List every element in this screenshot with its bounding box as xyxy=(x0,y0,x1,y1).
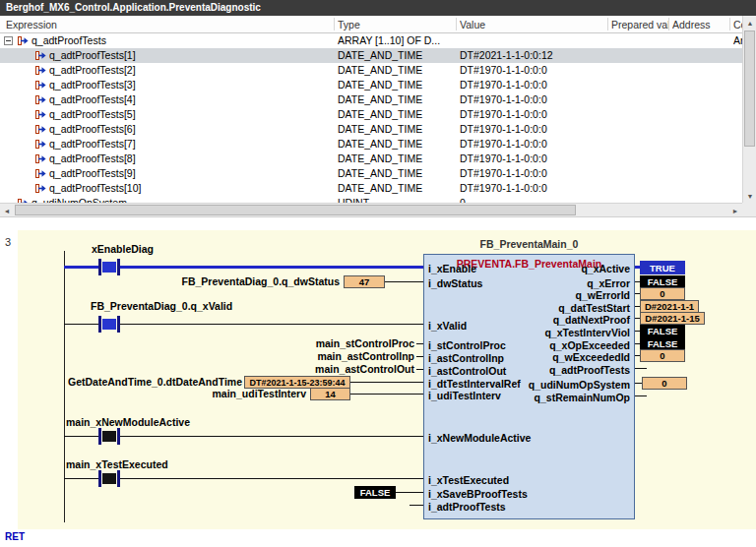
contact-main_xTestExecuted[interactable] xyxy=(98,470,120,487)
value-box-q_datNextProof[interactable]: D#2021-1-15 xyxy=(640,312,705,325)
value-cell[interactable]: DT#1970-1-1-0:0:0 xyxy=(460,166,605,181)
fb-output-q_xTestIntervViol[interactable]: q_xTestIntervViol xyxy=(544,326,630,339)
fb-input-i_xTestExecuted[interactable]: i_xTestExecuted xyxy=(428,473,509,487)
column-header-prepared-value[interactable]: Prepared value xyxy=(611,18,668,31)
value-box-q_xActive[interactable]: TRUE xyxy=(640,261,685,274)
table-row-q_adtProofTests[6][interactable]: q_adtProofTests[6] DATE_AND_TIME DT#1970… xyxy=(0,122,742,137)
value-cell[interactable]: DT#1970-1-1-0:0:0 xyxy=(460,92,605,107)
wire xyxy=(120,436,423,437)
fb-output-q_datNextProof[interactable]: q_datNextProof xyxy=(553,313,630,327)
value-cell[interactable] xyxy=(460,33,605,48)
scroll-right-icon[interactable]: ► xyxy=(728,204,742,217)
value-box-dwStatus[interactable]: 47 xyxy=(344,275,385,288)
vertical-scrollbar[interactable]: ▲ ▼ xyxy=(742,16,756,203)
column-divider[interactable] xyxy=(607,18,608,30)
value-cell[interactable]: DT#1970-1-1-0:0:0 xyxy=(460,63,605,78)
value-box-q_xTestIntervViol[interactable]: FALSE xyxy=(640,325,685,337)
table-row-q_adtProofTests[9][interactable]: q_adtProofTests[9] DATE_AND_TIME DT#1970… xyxy=(0,166,742,181)
table-row-q_udiNumOpSystem[interactable]: q_udiNumOpSystem UDINT 0 xyxy=(0,196,742,203)
wire xyxy=(120,266,423,269)
fb-output-q_adtProofTests[interactable]: q_adtProofTests xyxy=(549,363,630,377)
fb-input-i_stControlProc[interactable]: i_stControlProc xyxy=(428,338,506,352)
table-row-q_adtProofTests[4][interactable]: q_adtProofTests[4] DATE_AND_TIME DT#1970… xyxy=(0,92,742,107)
value-cell[interactable]: DT#1970-1-1-0:0:0 xyxy=(460,152,605,166)
value-cell[interactable]: DT#1970-1-1-0:0:0 xyxy=(460,107,605,122)
fb-output-q_udiNumOpSystem[interactable]: q_udiNumOpSystem xyxy=(529,378,630,392)
column-header-expression[interactable]: Expression xyxy=(6,18,301,31)
column-header-comment[interactable]: Comment xyxy=(733,18,742,31)
operand-main_stControlProc[interactable]: main_stControlProc xyxy=(249,337,414,350)
operand-q_dwStatus[interactable]: FB_PreventaDiag_0.q_dwStatus xyxy=(143,275,340,288)
function-block[interactable]: PREVENTA.FB_PreventaMain i_xEnablei_dwSt… xyxy=(423,254,635,519)
fb-input-i_udiTestInterv[interactable]: i_udiTestInterv xyxy=(428,389,501,402)
type-cell: ARRAY [1..10] OF D... xyxy=(338,33,454,48)
value-box-testInterv[interactable]: 14 xyxy=(310,388,350,400)
tree-collapse-icon[interactable] xyxy=(4,36,13,45)
fb-output-q_wExceededId[interactable]: q_wExceededId xyxy=(552,350,630,364)
variable-icon xyxy=(35,50,46,61)
fb-input-i_adtProofTests[interactable]: i_adtProofTests xyxy=(428,500,506,514)
vertical-scroll-thumb[interactable] xyxy=(744,30,755,147)
fb-instance-name[interactable]: FB_PreventaMain_0 xyxy=(423,238,635,250)
table-row-q_adtProofTests[3][interactable]: q_adtProofTests[3] DATE_AND_TIME DT#1970… xyxy=(0,78,742,92)
table-row-q_adtProofTests[10][interactable]: q_adtProofTests[10] DATE_AND_TIME DT#197… xyxy=(0,181,742,196)
contact-q_xValid[interactable] xyxy=(98,316,120,333)
value-cell[interactable]: DT#1970-1-1-0:0:0 xyxy=(460,181,605,196)
table-row-q_adtProofTests[1][interactable]: q_adtProofTests[1] DATE_AND_TIME DT#2021… xyxy=(0,48,742,63)
contact-xEnableDiag[interactable] xyxy=(98,259,120,275)
column-divider[interactable] xyxy=(668,18,669,30)
fb-output-q_wErrorId[interactable]: q_wErrorId xyxy=(576,288,630,302)
scroll-down-icon[interactable]: ▼ xyxy=(743,189,756,203)
scrollbar-corner xyxy=(742,203,756,216)
table-row-q_adtProofTests[5][interactable]: q_adtProofTests[5] DATE_AND_TIME DT#1970… xyxy=(0,107,742,122)
fb-output-q_stRemainNumOp[interactable]: q_stRemainNumOp xyxy=(535,391,630,404)
value-box-saveBProofTests[interactable]: FALSE xyxy=(354,486,396,499)
value-box-q_wExceededId[interactable]: 0 xyxy=(640,349,685,362)
operand-main_astControlInp[interactable]: main_astControlInp xyxy=(249,350,414,363)
table-row-q_adtProofTests[interactable]: q_adtProofTests ARRAY [1..10] OF D... Ar… xyxy=(0,33,742,48)
scroll-up-icon[interactable]: ▲ xyxy=(743,16,756,30)
scroll-left-icon[interactable]: ◄ xyxy=(0,204,14,217)
column-divider[interactable] xyxy=(334,18,335,30)
column-header-type[interactable]: Type xyxy=(338,18,454,31)
table-row-q_adtProofTests[2][interactable]: q_adtProofTests[2] DATE_AND_TIME DT#1970… xyxy=(0,63,742,78)
fb-output-q_xActive[interactable]: q_xActive xyxy=(581,262,630,275)
fb-input-i_astControlInp[interactable]: i_astControlInp xyxy=(428,351,504,365)
value-cell[interactable]: 0 xyxy=(460,196,605,203)
value-cell[interactable]: DT#1970-1-1-0:0:0 xyxy=(460,122,605,137)
wire xyxy=(120,478,423,479)
window-title: Berghof_MX6_Control.Application.Preventa… xyxy=(6,2,261,13)
fb-input-i_xValid[interactable]: i_xValid xyxy=(428,319,467,333)
column-divider[interactable] xyxy=(729,18,730,30)
comment-cell xyxy=(733,48,742,63)
value-cell[interactable]: DT#1970-1-1-0:0:0 xyxy=(460,78,605,92)
window-titlebar: Berghof_MX6_Control.Application.Preventa… xyxy=(0,0,756,16)
wire xyxy=(635,395,647,396)
fb-input-i_xEnable[interactable]: i_xEnable xyxy=(428,262,476,275)
column-header-value[interactable]: Value xyxy=(460,18,605,31)
network-number[interactable]: 3 xyxy=(5,236,11,248)
watch-table-rows: q_adtProofTests ARRAY [1..10] OF D... Ar… xyxy=(0,33,742,203)
type-cell: DATE_AND_TIME xyxy=(338,78,454,92)
value-box-q_wErrorId[interactable]: 0 xyxy=(640,287,685,300)
operand-main_astControlOut[interactable]: main_astControlOut xyxy=(249,363,414,376)
operand-main_xNewModuleActive[interactable]: main_xNewModuleActive xyxy=(66,416,190,429)
horizontal-scrollbar[interactable]: ◄ ► xyxy=(0,203,742,216)
operand-q_xValid[interactable]: FB_PreventaDiag_0.q_xValid xyxy=(91,300,232,313)
fb-input-i_xSaveBProofTests[interactable]: i_xSaveBProofTests xyxy=(428,487,528,501)
operand-xEnableDiag[interactable]: xEnableDiag xyxy=(92,243,154,256)
fb-input-i_astControlOut[interactable]: i_astControlOut xyxy=(428,364,506,378)
column-header-address[interactable]: Address xyxy=(672,18,727,31)
operand-main_udiTestInterv[interactable]: main_udiTestInterv xyxy=(141,388,306,400)
value-cell[interactable]: DT#1970-1-1-0:0:0 xyxy=(460,137,605,152)
value-cell[interactable]: DT#2021-1-1-0:0:12 xyxy=(460,48,605,63)
fb-input-i_dwStatus[interactable]: i_dwStatus xyxy=(428,276,482,290)
table-row-q_adtProofTests[8][interactable]: q_adtProofTests[8] DATE_AND_TIME DT#1970… xyxy=(0,152,742,166)
variable-icon xyxy=(35,168,46,179)
fb-input-i_xNewModuleActive[interactable]: i_xNewModuleActive xyxy=(428,431,531,445)
contact-main_xNewModuleActive[interactable] xyxy=(98,428,120,445)
table-row-q_adtProofTests[7][interactable]: q_adtProofTests[7] DATE_AND_TIME DT#1970… xyxy=(0,137,742,152)
value-box-q_udiNumOpSystem[interactable]: 0 xyxy=(642,377,687,390)
horizontal-scroll-thumb[interactable] xyxy=(15,205,576,215)
column-divider[interactable] xyxy=(456,18,457,30)
